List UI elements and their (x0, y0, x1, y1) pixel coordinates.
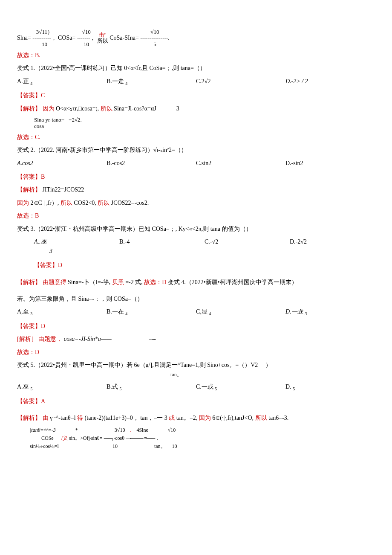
choice-d: D.-2> / 2 (285, 77, 375, 87)
choice-a: A.巫 5 (17, 382, 107, 392)
v5-title-sub: tan。 (170, 371, 375, 379)
v2-conclude: 故选：B (17, 211, 375, 221)
v1-conclude: 故选：C. (17, 133, 375, 142)
choice-a: A.正 4 (17, 77, 107, 87)
v5-answer: 【答案】A (17, 397, 375, 406)
v5-title: 变式 5.（2022•贵州・凯里一中高一期中）若 6e（g/],且满足一^Tan… (17, 360, 375, 370)
choice-c: C.sin2 (196, 159, 285, 168)
v1-choices: A.正 4 B.一走 4 C.2√2 D.-2> / 2 (17, 77, 375, 87)
text: Slna= (17, 35, 31, 41)
fraction: 3√11） ----------， 10 (32, 29, 56, 47)
v3-title: 变式 3.（2022•浙江・杭州高级中学高一期末）已知 COSa=；, Ky<«… (17, 224, 375, 234)
preamble-line1: Slna= 3√11） ----------， 10 COSa= √10 ---… (17, 29, 375, 47)
v5-formula: |tanθ=^^=-3 * 3√10 . 4Sine √10 COSe /义 s… (30, 426, 375, 451)
v5-choices: A.巫 5 B.式 5 C.一或 5 D. 5 (17, 382, 375, 392)
v4-title: 若。为第三象限角，且 Sina=-：，则 COSa=（） (17, 294, 375, 304)
choice-d: D.一亚 3 (285, 307, 375, 317)
v3-choices: A..巫 3 B.-4 C.-√2 D.-2√2 (34, 237, 375, 256)
choice-b: B.-4 (119, 237, 205, 256)
v2-analysis-2: 因为 2∈C | ,ſr）, 所以 COS2<0, 所以 JCOS22=-cos… (17, 198, 375, 208)
v2-answer: 【答案】B (17, 172, 375, 182)
v4-analysis: [解析］ 由题意， cosa=-JI-Sin*a—— =-- (17, 334, 375, 344)
v2-choices: A.cos2 B.-cos2 C.sin2 D.-sin2 (17, 159, 375, 168)
choice-d: D.-sin2 (285, 159, 375, 168)
red-text: 击" 所以 (97, 32, 108, 44)
choice-c: C,显 4 (196, 307, 285, 317)
choice-b: B.-cos2 (107, 159, 196, 168)
formula-row1: |tanθ=^^=-3 * 3√10 . 4Sine √10 (30, 426, 375, 434)
formula-row3: sin¹⁄₈÷cos¹⁄₈=l 10 tan。 10 (30, 442, 375, 450)
fraction: √10 -------， 10 (77, 29, 95, 47)
v4-answer: 【答案】D (17, 322, 375, 331)
choice-b: B.一在 4 (107, 307, 196, 317)
choice-a: A,至 3 (17, 307, 107, 317)
v3-analysis: 【解析】 由题意得 Sina=-卜（I=-竽, 贝黑 =-2 式, 故选：D 变… (17, 278, 375, 287)
v4-conclude: 故选：D (17, 348, 375, 357)
v1-analysis: 【解析】 因为 O<α<₁τr,□cosa=;, 所以 Sina=Jl-cos?… (17, 104, 375, 113)
v2-title: 变式 2.（2022. 河南•新乡市第一中学高一阶段练习）√ι-ₛin²2=（） (17, 145, 375, 155)
text: CoSa-SIna= (110, 35, 139, 41)
fraction: √10 ---------------. 5 (140, 29, 169, 47)
conclusion: 故选：B. (17, 51, 375, 60)
choice-d: D. 5 (285, 382, 375, 392)
v1-answer: 【答案】C (17, 91, 375, 100)
choice-c: C.-√2 (205, 237, 290, 256)
text: COSa= (58, 35, 75, 41)
v1-analysis-line2: Sina yr-tanα= =2√2. cosa (34, 117, 375, 129)
choice-b: B.式 5 (107, 382, 196, 392)
v5-analysis: 【解析】 由 γ~^-tanθ=l 得 (tane-2)(ta11e+3)=0，… (17, 413, 375, 423)
choice-a: A.cos2 (17, 159, 107, 168)
formula-row2: COSe /义 sin。>Ofj·sinθ= ----------, ·cosθ… (30, 434, 375, 442)
v3-answer: 【答案】D (34, 261, 375, 270)
choice-b: B.一走 4 (107, 77, 196, 87)
choice-a: A..巫 3 (34, 237, 119, 256)
v1-title: 变式 1.（2022•全国•高一课时练习）己知 0<α<ſr,且 CoSa=；,… (17, 64, 375, 73)
choice-c: C.一或 5 (196, 382, 285, 392)
choice-d: D.-2√2 (290, 237, 375, 256)
v4-choices: A,至 3 B.一在 4 C,显 4 D.一亚 3 (17, 307, 375, 317)
choice-c: C.2√2 (196, 77, 285, 87)
v2-analysis-1: 【解析】 JITin22=JCOS22 (17, 185, 375, 195)
